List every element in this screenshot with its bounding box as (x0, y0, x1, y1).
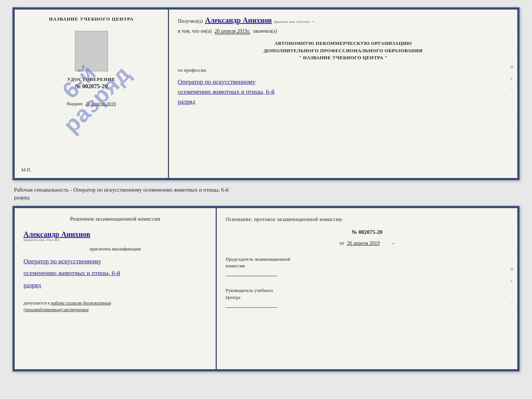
vydano-label: Выдано (67, 101, 83, 106)
okончил-label: окончил(а) (253, 28, 277, 34)
bmark7: ← (510, 289, 514, 293)
bmark2: – (510, 234, 514, 238)
right-panel-bottom: Основание: протокол экзаменационной коми… (217, 208, 517, 369)
recipient-name-top: Александр Анихнов (205, 16, 272, 25)
instruktsii-text: (производственным) инструкциям (24, 307, 89, 312)
vydano-date: 26 апреля 2019 (85, 101, 116, 106)
udostoverenie-block: УДОСТОВЕРЕНИЕ № 002075-20 (67, 76, 115, 90)
qualification-block: Оператор по искусственному осеменению жи… (24, 255, 207, 291)
left-panel-bottom: Решением экзаменационной комиссии Алекса… (15, 208, 217, 369)
between-text-block: Рабочая специальность - Оператор по иску… (12, 185, 520, 202)
bmark5: И (510, 267, 514, 271)
left-panel-top: НАЗВАНИЕ УЧЕБНОГО ЦЕНТРА УДОСТОВЕРЕНИЕ №… (15, 10, 169, 178)
ot-dash: – (392, 241, 395, 246)
mark8: – (510, 109, 514, 113)
rukovoditel-block: Руководитель учебного Центра (226, 287, 508, 309)
predsedatel-sig-line (226, 276, 277, 276)
vydano-line: Выдано 26 апреля 2019 (67, 101, 116, 107)
prof-line2: осеменению животных и птицы, 6-й (178, 87, 508, 97)
mark9: – (510, 120, 514, 124)
mark1: – (510, 32, 514, 36)
kvali-line1: Оператор по искусственному (24, 256, 207, 267)
mark5: а (510, 76, 514, 80)
prof-line1: Оператор по искусственному (178, 77, 508, 87)
mark3: – (510, 54, 514, 58)
dash-top: – (312, 18, 314, 24)
vtom-label: в том, что он(а) (178, 28, 212, 34)
bmark4: – (510, 256, 514, 260)
udostoverenie-number: № 002075-20 (67, 83, 115, 90)
stamp-line2: разряд (58, 61, 136, 138)
prof-line3: разряд (178, 97, 508, 107)
bmark6: а (510, 278, 514, 282)
name-sublabel-bottom: (фамилия, имя, отчество) (24, 238, 59, 242)
school-name-top: НАЗВАНИЕ УЧЕБНОГО ЦЕНТРА (49, 16, 134, 22)
side-marks-bottom: – – – – И а ← – – (510, 223, 514, 316)
mark2: – (510, 43, 514, 47)
kvali-line2: осеменению животных и птицы, 6-й (24, 268, 207, 279)
right-panel-top: Получил(а) Александр Анихнов (фамилия, и… (169, 10, 517, 178)
recipient-name-bottom: Александр Анихнов (24, 230, 90, 239)
ot-date: 26 апреля 2019 (347, 241, 380, 246)
prisvoyena-line: присвоена квалификация (24, 246, 207, 252)
bmark8: – (510, 300, 514, 304)
po-professii-label: по профессии (178, 67, 508, 73)
dopuskaetsya-block: допускается к работе согласно должностны… (24, 300, 207, 313)
bmark3: – (510, 245, 514, 249)
top-document: НАЗВАНИЕ УЧЕБНОГО ЦЕНТРА УДОСТОВЕРЕНИЕ №… (12, 7, 520, 180)
side-marks-top: – – – И а ← – – – (510, 32, 514, 124)
kvali-line3: разряд (24, 280, 207, 291)
mark4: И (510, 65, 514, 69)
rukovoditel-line1: Руководитель учебного (226, 288, 273, 293)
ot-label: от (339, 241, 344, 246)
photo-placeholder (75, 31, 108, 71)
vtom-line: в том, что он(а) 26 апреля 2019г. окончи… (178, 28, 508, 35)
predsedatel-line2: комиссии (226, 263, 245, 268)
bmark9: – (510, 311, 514, 316)
between-line2: разряд (14, 195, 29, 200)
org-line3: " НАЗВАНИЕ УЧЕБНОГО ЦЕНТРА " (178, 54, 508, 61)
name-block-bottom: Александр Анихнов (фамилия, имя, отчеств… (24, 228, 207, 242)
predsedatel-block: Председатель экзаменационной комиссии (226, 256, 508, 278)
resheniem-line: Решением экзаменационной комиссии (24, 215, 207, 223)
vtom-date: 26 апреля 2019г. (215, 28, 250, 35)
rukovoditel-sig-line (226, 307, 277, 308)
rukovoditel-line2: Центра (226, 295, 240, 300)
mark6: ← (510, 87, 514, 91)
proto-number: № 002075-20 (226, 229, 508, 235)
rabota-text: работе согласно должностным (51, 300, 111, 306)
mark7: – (510, 98, 514, 102)
bmark1: – (510, 223, 514, 227)
udostoverenie-title: УДОСТОВЕРЕНИЕ (67, 76, 115, 82)
org-line1: АВТОНОМНУЮ НЕКОММЕРЧЕСКУЮ ОРГАНИЗАЦИЮ (178, 40, 508, 47)
profession-block-top: Оператор по искусственному осеменению жи… (178, 77, 508, 107)
name-sublabel-top: (фамилия, имя, отчество) (274, 20, 310, 24)
ot-line: от 26 апреля 2019 – (226, 241, 508, 246)
predsedatel-line1: Председатель экзаменационной (226, 256, 290, 262)
osnovanie-line: Основание: протокол экзаменационной коми… (226, 215, 508, 223)
predsedatel-title: Председатель экзаменационной комиссии (226, 256, 508, 269)
rukovoditel-title: Руководитель учебного Центра (226, 287, 508, 300)
bottom-document: Решением экзаменационной комиссии Алекса… (12, 206, 520, 371)
dopuskaetsya-label: допускается к (24, 300, 50, 306)
poluchil-label: Получил(а) (178, 18, 203, 24)
poluchil-line: Получил(а) Александр Анихнов (фамилия, и… (178, 16, 508, 25)
org-block: АВТОНОМНУЮ НЕКОММЕРЧЕСКУЮ ОРГАНИЗАЦИЮ ДО… (178, 40, 508, 61)
between-line1: Рабочая специальность - Оператор по иску… (14, 187, 229, 193)
mp-label: М.П. (21, 167, 31, 173)
org-line2: ДОПОЛНИТЕЛЬНОГО ПРОФЕССИОНАЛЬНОГО ОБРАЗО… (178, 47, 508, 54)
